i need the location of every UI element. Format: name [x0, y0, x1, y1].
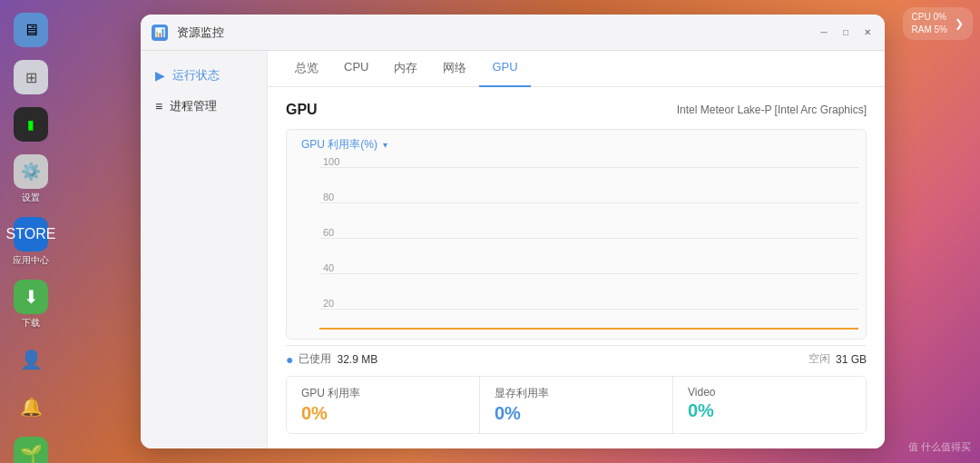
tab-cpu[interactable]: CPU	[331, 51, 381, 87]
grid-line-80: 80	[319, 202, 858, 203]
sidebar-item-process-label: 进程管理	[170, 98, 217, 114]
memory-used-label: 已使用	[299, 351, 331, 367]
grid-label-100: 100	[323, 156, 339, 167]
desktop-icon-apps[interactable]: ⊞	[6, 56, 55, 98]
corner-stats: CPU 0% RAM 5%	[912, 11, 947, 36]
window-body: ▶ 运行状态 ≡ 进程管理 总览 CPU 内存 网络 GPU GPU	[141, 51, 885, 448]
gpu-content-area: GPU Intel Meteor Lake-P [Intel Arc Graph…	[268, 87, 885, 448]
running-icon: ▶	[155, 68, 165, 83]
stat-video-util-name: Video	[688, 386, 851, 399]
stats-row: GPU 利用率 0% 显存利用率 0% Video 0%	[286, 376, 867, 434]
title-bar: 📊 资源监控 ─ □ ✕	[141, 15, 885, 51]
window-controls: ─ □ ✕	[818, 26, 874, 39]
cpu-label: CPU	[912, 12, 931, 22]
stat-gpu-util-value: 0%	[301, 403, 465, 424]
gpu-device: Intel Meteor Lake-P [Intel Arc Graphics]	[677, 103, 867, 116]
maximize-button[interactable]: □	[839, 26, 852, 39]
desktop-icon-settings[interactable]: ⚙️ 设置	[6, 151, 55, 208]
desktop-icon-settings-label: 设置	[22, 192, 40, 204]
stat-video-util-value: 0%	[688, 400, 851, 421]
chart-legend[interactable]: GPU 利用率(%) ▾	[287, 137, 866, 158]
left-sidebar: ▶ 运行状态 ≡ 进程管理	[141, 51, 268, 448]
stat-card-video-util: Video 0%	[673, 377, 866, 433]
chart-legend-arrow-icon: ▾	[383, 140, 387, 150]
desktop-icon-bell[interactable]: 🔔	[6, 386, 55, 428]
corner-widget: CPU 0% RAM 5% ❯	[903, 7, 973, 40]
chart-legend-label: GPU 利用率(%)	[301, 137, 377, 153]
sidebar-item-process[interactable]: ≡ 进程管理	[141, 91, 267, 122]
desktop-icon-store[interactable]: STORE 应用中心	[6, 213, 55, 271]
cpu-value: 0%	[933, 12, 946, 22]
grid-label-20: 20	[323, 298, 334, 309]
cpu-stat: CPU 0%	[912, 11, 947, 24]
corner-expand-icon[interactable]: ❯	[955, 17, 964, 30]
desktop-icon-user[interactable]: 👤	[6, 339, 55, 380]
desktop-icon-monitor[interactable]: 🖥	[6, 9, 55, 51]
grid-line-40: 40	[319, 273, 858, 274]
desktop-icon-download-label: 下载	[22, 317, 40, 330]
memory-bar: ● 已使用 32.9 MB 空闲 31 GB	[286, 345, 867, 367]
stat-card-vram-util: 显存利用率 0%	[480, 377, 673, 433]
grid-line-20: 20	[319, 309, 858, 310]
chart-grid: 100 80 60 40 20	[287, 158, 866, 335]
memory-free-value: 31 GB	[836, 353, 867, 366]
gpu-chart: GPU 利用率(%) ▾ 100 80 60	[286, 129, 867, 340]
desktop-icon-download[interactable]: ⬇ 下载	[6, 276, 55, 333]
grid-label-60: 60	[323, 227, 334, 238]
memory-free-label: 空闲	[808, 351, 830, 367]
gpu-header: GPU Intel Meteor Lake-P [Intel Arc Graph…	[286, 102, 867, 118]
memory-used-section: ● 已使用 32.9 MB	[286, 351, 377, 367]
memory-used-value: 32.9 MB	[337, 353, 377, 366]
stat-vram-util-value: 0%	[495, 403, 658, 424]
desktop-icon-terminal[interactable]: ▮	[6, 103, 55, 145]
stat-gpu-util-name: GPU 利用率	[301, 386, 465, 401]
tab-overview[interactable]: 总览	[282, 51, 331, 87]
sidebar-item-running-label: 运行状态	[172, 67, 220, 84]
stat-card-gpu-util: GPU 利用率 0%	[287, 377, 480, 433]
minimize-button[interactable]: ─	[818, 26, 830, 39]
grid-line-100: 100	[319, 167, 858, 168]
window-title: 资源监控	[177, 25, 808, 41]
desktop-icon-docker[interactable]: 🌱 Docker	[6, 433, 55, 463]
grid-label-80: 80	[323, 192, 334, 202]
memory-dot-icon: ●	[286, 352, 293, 367]
tab-memory[interactable]: 内存	[381, 51, 430, 87]
desktop-icon-store-label: 应用中心	[13, 254, 49, 267]
gpu-title: GPU	[286, 102, 318, 118]
grid-label-40: 40	[323, 262, 334, 273]
ram-label: RAM	[912, 25, 932, 34]
desktop-sidebar: 🖥 ⊞ ▮ ⚙️ 设置 STORE 应用中心 ⬇ 下载 👤 🔔	[0, 0, 62, 463]
ram-value: 5%	[935, 25, 947, 34]
sidebar-item-running[interactable]: ▶ 运行状态	[141, 60, 267, 91]
tab-gpu[interactable]: GPU	[479, 51, 530, 87]
stat-vram-util-name: 显存利用率	[495, 386, 658, 401]
process-icon: ≡	[155, 99, 162, 113]
main-content: 总览 CPU 内存 网络 GPU GPU Intel Meteor Lake-P…	[268, 51, 885, 448]
watermark: 值 什么值得买	[908, 440, 971, 454]
tab-bar: 总览 CPU 内存 网络 GPU	[268, 51, 885, 87]
memory-free-section: 空闲 31 GB	[808, 351, 867, 367]
app-icon: 📊	[152, 25, 168, 41]
grid-line-60: 60	[319, 238, 858, 239]
close-button[interactable]: ✕	[861, 26, 874, 39]
ram-stat: RAM 5%	[912, 24, 947, 36]
main-window: 📊 资源监控 ─ □ ✕ ▶ 运行状态 ≡ 进程管理 总览 CPU	[141, 15, 885, 448]
tab-network[interactable]: 网络	[430, 51, 479, 87]
gpu-usage-line	[319, 328, 858, 330]
